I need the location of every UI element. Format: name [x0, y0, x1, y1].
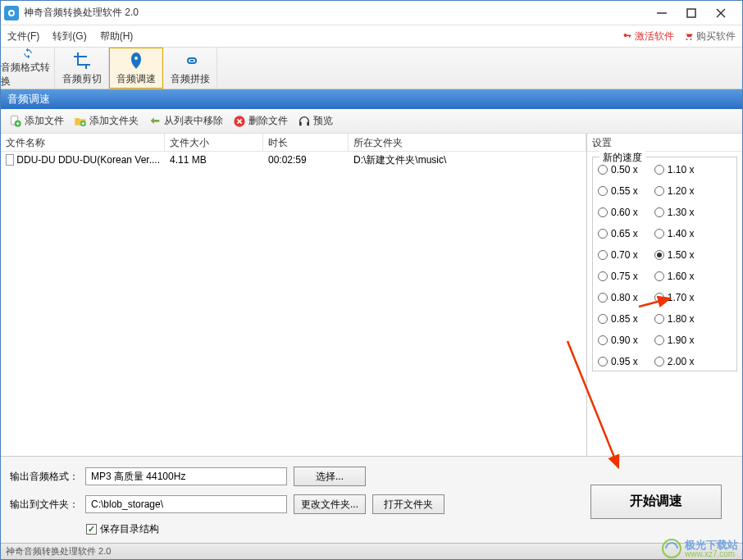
radio-icon	[654, 250, 664, 260]
radio-icon	[598, 207, 608, 217]
tab-audio-join[interactable]: 音频拼接	[163, 48, 217, 89]
radio-icon	[598, 229, 608, 239]
add-file-button[interactable]: 添加文件	[6, 112, 67, 130]
speed-option[interactable]: 0.70 x	[598, 249, 638, 261]
app-icon	[4, 6, 19, 20]
radio-icon	[654, 229, 664, 239]
speed-option[interactable]: 0.75 x	[598, 271, 638, 282]
cart-icon	[684, 31, 694, 41]
choose-format-button[interactable]: 选择...	[294, 467, 366, 486]
output-folder-field[interactable]	[85, 495, 287, 513]
radio-icon	[654, 293, 664, 303]
menu-goto[interactable]: 转到(G)	[52, 30, 86, 43]
keep-structure-label: 保存目录结构	[100, 522, 159, 536]
open-folder-button[interactable]: 打开文件夹	[372, 494, 444, 514]
tab-audio-speed[interactable]: 音频调速	[109, 48, 163, 89]
settings-title: 设置	[587, 134, 742, 152]
watermark: 极光下载站www.xz7.com	[662, 539, 738, 558]
activate-link[interactable]: 激活软件	[622, 30, 674, 43]
speed-option[interactable]: 0.50 x	[598, 164, 638, 175]
radio-icon	[598, 165, 608, 175]
keep-structure-checkbox[interactable]	[86, 524, 97, 535]
speed-option[interactable]: 1.30 x	[654, 207, 695, 218]
col-duration[interactable]: 时长	[263, 134, 349, 151]
speed-option[interactable]: 1.60 x	[654, 271, 695, 282]
radio-icon	[654, 207, 664, 217]
delete-button[interactable]: 删除文件	[230, 112, 291, 130]
menu-file[interactable]: 文件(F)	[7, 30, 39, 43]
menu-help[interactable]: 帮助(H)	[100, 30, 134, 43]
rocket-icon	[126, 51, 146, 71]
preview-button[interactable]: 预览	[294, 112, 336, 130]
list-header: 文件名称 文件大小 时长 所在文件夹	[1, 134, 586, 152]
minimize-button[interactable]	[657, 8, 667, 18]
radio-icon	[654, 357, 664, 367]
add-file-icon	[9, 115, 22, 128]
speed-option[interactable]: 1.90 x	[654, 335, 695, 346]
svg-point-1	[10, 11, 13, 15]
speed-option[interactable]: 0.95 x	[598, 356, 638, 367]
toolbar: 音频格式转换 音频剪切 音频调速 音频拼接	[1, 47, 742, 89]
radio-icon	[598, 335, 608, 345]
headphones-icon	[298, 115, 311, 128]
speed-option[interactable]: 0.55 x	[598, 185, 638, 197]
add-folder-button[interactable]: 添加文件夹	[71, 112, 142, 130]
settings-panel: 设置 新的速度 0.50 x0.55 x0.60 x0.65 x0.70 x0.…	[586, 134, 742, 456]
radio-icon	[598, 271, 608, 281]
radio-icon	[598, 314, 608, 324]
output-format-field[interactable]	[85, 467, 287, 485]
col-size[interactable]: 文件大小	[165, 134, 263, 151]
titlebar: 神奇音频转换处理软件 2.0	[1, 1, 742, 25]
table-row[interactable]: DDU-DU DDU-DU(Korean Ver.... 4.11 MB 00:…	[1, 152, 586, 168]
key-icon	[622, 31, 632, 41]
speed-option[interactable]: 1.70 x	[654, 292, 695, 303]
start-button[interactable]: 开始调速	[590, 485, 722, 519]
statusbar: 神奇音频转换处理软件 2.0	[1, 543, 742, 559]
output-folder-label: 输出到文件夹：	[9, 498, 79, 512]
tab-format-convert[interactable]: 音频格式转换	[1, 48, 55, 89]
speed-option[interactable]: 0.65 x	[598, 228, 638, 239]
speed-option[interactable]: 1.50 x	[654, 249, 695, 261]
link-icon	[180, 51, 200, 71]
speed-option[interactable]: 1.20 x	[654, 185, 695, 197]
delete-icon	[233, 115, 246, 128]
radio-icon	[598, 186, 608, 196]
watermark-logo-icon	[662, 539, 681, 558]
section-header: 音频调速	[1, 89, 742, 109]
add-folder-icon	[74, 115, 87, 128]
menubar: 文件(F) 转到(G) 帮助(H) 激活软件 购买软件	[1, 25, 742, 47]
speed-option[interactable]: 0.85 x	[598, 313, 638, 325]
svg-rect-3	[687, 9, 695, 17]
speed-option[interactable]: 2.00 x	[654, 356, 695, 367]
svg-rect-11	[307, 121, 309, 125]
file-icon	[6, 154, 14, 166]
speed-option[interactable]: 0.60 x	[598, 207, 638, 218]
action-bar: 添加文件 添加文件夹 从列表中移除 删除文件 预览	[1, 109, 742, 134]
output-area: 输出音频格式： 选择... 输出到文件夹： 更改文件夹... 打开文件夹 保存目…	[1, 456, 742, 543]
buy-link[interactable]: 购买软件	[684, 30, 736, 43]
col-filename[interactable]: 文件名称	[1, 134, 165, 151]
radio-icon	[654, 165, 664, 175]
speed-option[interactable]: 1.10 x	[654, 164, 695, 175]
output-format-label: 输出音频格式：	[9, 470, 79, 484]
tab-audio-trim[interactable]: 音频剪切	[55, 48, 109, 89]
radio-icon	[598, 293, 608, 303]
crop-icon	[72, 51, 92, 71]
radio-icon	[598, 357, 608, 367]
speed-option[interactable]: 1.80 x	[654, 313, 695, 325]
speed-option[interactable]: 1.40 x	[654, 228, 695, 239]
speed-option[interactable]: 0.90 x	[598, 335, 638, 346]
col-folder[interactable]: 所在文件夹	[349, 134, 586, 151]
svg-rect-10	[299, 121, 302, 125]
maximize-button[interactable]	[686, 8, 696, 18]
remove-icon	[148, 115, 162, 128]
remove-button[interactable]: 从列表中移除	[145, 112, 226, 130]
speed-option[interactable]: 0.80 x	[598, 292, 638, 303]
change-folder-button[interactable]: 更改文件夹...	[294, 494, 366, 514]
radio-icon	[654, 314, 664, 324]
refresh-icon	[18, 48, 38, 59]
speed-group-label: 新的速度	[599, 151, 645, 165]
close-button[interactable]	[716, 8, 726, 18]
file-list: 文件名称 文件大小 时长 所在文件夹 DDU-DU DDU-DU(Korean …	[1, 134, 586, 456]
list-body[interactable]: DDU-DU DDU-DU(Korean Ver.... 4.11 MB 00:…	[1, 152, 586, 456]
